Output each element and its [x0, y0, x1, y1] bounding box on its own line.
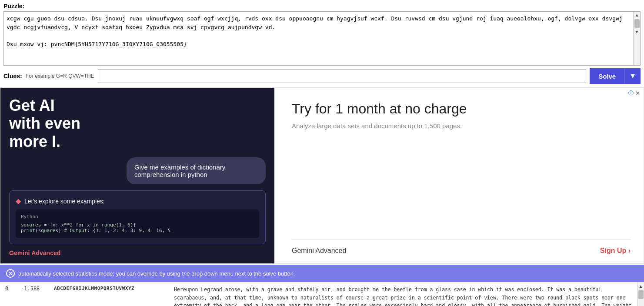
ad-info-row: ⓘ ✕	[628, 90, 640, 97]
result-key: ABCDEFGHIJKLMNOPQRSTUVWXYZ	[54, 286, 167, 306]
ad-signup-link[interactable]: Sign Up ›	[600, 247, 631, 255]
clues-input[interactable]	[98, 69, 586, 83]
clues-row: Clues: For example G=R QVW=THE Solve ▼	[3, 68, 641, 84]
puzzle-label: Puzzle:	[3, 3, 641, 10]
ad-footer-brand: Gemini	[9, 249, 30, 256]
puzzle-textarea-wrapper: xcgw cgu guoa dsu cdsua. Dsu jnoxuj ruau…	[3, 11, 641, 66]
results-scroll-thumb[interactable]	[638, 290, 644, 299]
results-scrollbar: ▲	[637, 282, 644, 306]
scroll-up-arrow[interactable]: ▲	[634, 12, 640, 18]
result-index: 0	[5, 286, 14, 306]
solve-dropdown-button[interactable]: ▼	[624, 68, 641, 84]
gemini-diamond-icon: ◆	[16, 197, 21, 205]
puzzle-section: Puzzle: xcgw cgu guoa dsu cdsua. Dsu jno…	[0, 0, 644, 306]
ad-right-footer: Gemini Advanced Sign Up ›	[292, 239, 631, 255]
puzzle-textarea[interactable]: xcgw cgu guoa dsu cdsua. Dsu jnoxuj ruau…	[4, 12, 640, 64]
ad-section: ⓘ ✕ Get AIwith evenmore I. Give me examp…	[0, 87, 644, 264]
results-section: 0 -1.588 ABCDEFGHIJKLMNOPQRSTUVWXYZ Here…	[0, 282, 644, 306]
status-text: automatically selected statistics mode; …	[18, 270, 295, 277]
results-content: 0 -1.588 ABCDEFGHIJKLMNOPQRSTUVWXYZ Here…	[0, 282, 637, 306]
scroll-thumb[interactable]	[634, 19, 640, 28]
ad-response-header: ◆ Let's explore some examples:	[16, 197, 259, 205]
result-score: -1.588	[21, 286, 47, 306]
code-line-1: squares = {x: x**2 for x in range(1, 6)}	[21, 222, 254, 228]
clues-label: Clues:	[3, 73, 22, 80]
ad-left-panel: Get AIwith evenmore I. Give me examples …	[0, 88, 274, 263]
puzzle-scrollbar: ▲ ▼	[633, 12, 640, 65]
table-row: 0 -1.588 ABCDEFGHIJKLMNOPQRSTUVWXYZ Here…	[5, 286, 632, 306]
ad-response-header-text: Let's explore some examples:	[24, 198, 105, 205]
clues-hint: For example G=R QVW=THE	[26, 73, 94, 79]
ad-right-subtext: Analyze large data sets and documents up…	[292, 122, 631, 130]
results-scroll-up[interactable]: ▲	[638, 283, 644, 289]
ad-right-headline: Try for 1 month at no charge	[292, 101, 631, 117]
code-block: Python squares = {x: x**2 for x in range…	[16, 210, 259, 238]
ad-right-panel: Try for 1 month at no charge Analyze lar…	[274, 88, 644, 263]
ad-headline: Get AIwith evenmore I.	[9, 96, 266, 150]
status-bar: ✕ automatically selected statistics mode…	[0, 265, 644, 282]
scroll-down-arrow[interactable]: ▼	[634, 29, 640, 35]
solve-btn-group: Solve ▼	[590, 68, 641, 84]
ad-right-brand: Gemini Advanced	[292, 247, 346, 255]
ad-close-button[interactable]: ✕	[635, 90, 640, 96]
code-line-2: print(squares) # Output: {1: 1, 2: 4, 3:…	[21, 228, 254, 233]
code-label: Python	[21, 214, 254, 220]
ad-footer-brand-colored: Advanced	[31, 249, 60, 256]
ad-chat-bubble: Give me examples of dictionary comprehen…	[127, 157, 266, 184]
ad-left-footer: Gemini Advanced	[9, 244, 266, 256]
result-text: Hereupon Legrand arose, with a grave and…	[174, 286, 632, 306]
solve-button[interactable]: Solve	[590, 68, 624, 84]
status-close-icon[interactable]: ✕	[6, 269, 15, 278]
ad-response-box: ◆ Let's explore some examples: Python sq…	[9, 190, 266, 244]
ad-info-icon[interactable]: ⓘ	[628, 90, 634, 97]
